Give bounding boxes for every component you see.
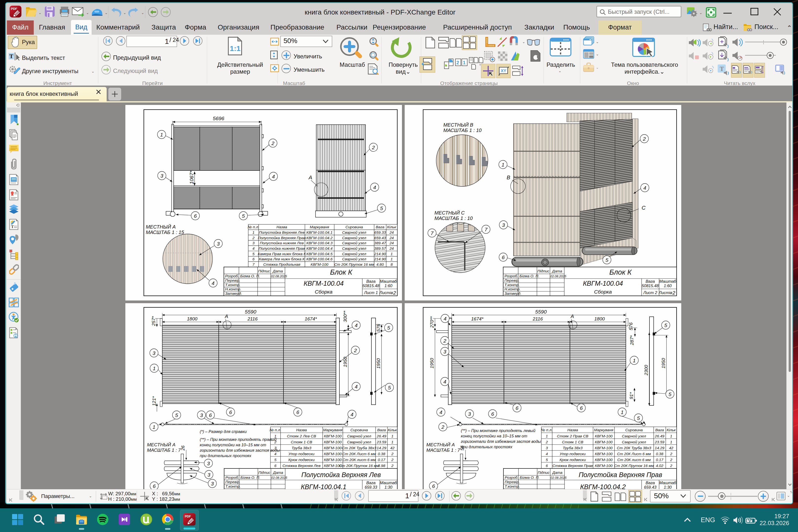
svg-text:1: 1 — [153, 365, 156, 371]
svg-text:1: 1 — [546, 434, 548, 438]
svg-text:при длительных простоях: при длительных простоях — [461, 444, 513, 449]
svg-text:Перевір.: Перевір. — [225, 278, 241, 283]
svg-text:КВГМ-100.04.1: КВГМ-100.04.1 — [306, 230, 332, 234]
svg-text:Перевір.: Перевір. — [505, 278, 520, 283]
svg-text:4: 4 — [272, 174, 275, 179]
svg-text:МЕСТНЫЙ А: МЕСТНЫЙ А — [147, 442, 175, 447]
svg-text:26.49: 26.49 — [377, 434, 386, 438]
svg-text:КВГМ-100.04.6: КВГМ-100.04.6 — [306, 257, 333, 261]
svg-text:4: 4 — [274, 452, 277, 456]
svg-text:5: 5 — [637, 415, 640, 421]
svg-text:4: 4 — [443, 316, 446, 321]
svg-text:3.98: 3.98 — [378, 463, 385, 468]
svg-text:2: 2 — [546, 440, 548, 444]
svg-text:КВГМ-100.04.2: КВГМ-100.04.2 — [306, 236, 333, 240]
svg-text:Крюк подвески: Крюк подвески — [288, 458, 315, 462]
svg-text:Камера Прав нижн блока К: Камера Прав нижн блока К — [258, 252, 306, 256]
svg-text:1674*: 1674* — [471, 316, 483, 321]
svg-text:КВГМ-100: КВГМ-100 — [595, 434, 612, 438]
svg-text:5: 5 — [387, 325, 390, 330]
svg-text:T: T — [720, 65, 724, 72]
svg-text:2: 2 — [372, 145, 375, 150]
svg-text:C: C — [642, 205, 646, 211]
svg-text:Маркуваня: Маркуваня — [594, 428, 613, 432]
svg-text:XY: XY — [501, 69, 507, 73]
svg-text:Бігма О. П.: Бігма О. П. — [240, 274, 260, 278]
svg-text:0.38: 0.38 — [378, 452, 385, 456]
svg-text:МАСШТАБ 1 : 10: МАСШТАБ 1 : 10 — [443, 128, 481, 133]
svg-text:Стяжка Продольная: Стяжка Продольная — [263, 262, 301, 266]
svg-text:A: A — [225, 314, 228, 319]
svg-text:Ст 20К Пруток 16 мм: Ст 20К Пруток 16 мм — [339, 463, 379, 468]
svg-text:Вага: Вага — [366, 279, 375, 284]
svg-text:1950: 1950 — [429, 358, 435, 368]
svg-text:6: 6 — [432, 483, 435, 489]
svg-text:Ст 20К Пруток 16 мм: Ст 20К Пруток 16 мм — [334, 262, 374, 266]
svg-text:6: 6 — [546, 463, 548, 468]
svg-text:5: 5 — [664, 322, 667, 328]
svg-text:Сварной узел: Сварной узел — [347, 440, 371, 444]
svg-text:Полустойка Верхняя Прав: Полустойка Верхняя Прав — [258, 236, 306, 240]
svg-text:Затверд.: Затверд. — [505, 291, 521, 296]
svg-text:257*: 257* — [151, 316, 156, 326]
svg-text:A: A — [570, 314, 574, 319]
svg-text:Розроб.: Розроб. — [225, 475, 239, 479]
svg-text:6: 6 — [209, 412, 212, 418]
svg-text:Полустойка Верхняя Лев: Полустойка Верхняя Лев — [302, 471, 381, 478]
svg-text:Н.контр.: Н.контр. — [505, 287, 521, 291]
svg-text:Ст 20К Лист 6 мм: Ст 20К Лист 6 мм — [617, 452, 651, 456]
svg-text:3: 3 — [211, 481, 214, 487]
svg-text:5: 5 — [175, 412, 178, 418]
svg-text:КВГМ-100: КВГМ-100 — [324, 458, 342, 462]
svg-text:7: 7 — [431, 230, 434, 236]
svg-text:1950: 1950 — [661, 358, 666, 368]
svg-text:1:30: 1:30 — [664, 485, 672, 489]
svg-text:23.59: 23.59 — [655, 440, 665, 444]
svg-text:3: 3 — [200, 412, 203, 418]
svg-text:КВГМ-100.04: КВГМ-100.04 — [304, 280, 344, 287]
svg-text:24: 24 — [389, 246, 394, 250]
svg-text:5: 5 — [242, 213, 245, 219]
svg-text:Маркуваня: Маркуваня — [310, 225, 329, 229]
svg-text:4: 4 — [355, 322, 358, 328]
svg-text:4: 4 — [252, 246, 255, 250]
svg-text:Бігма О. П.: Бігма О. П. — [519, 274, 539, 278]
svg-text:5590: 5590 — [245, 309, 256, 315]
svg-text:Листів: Листів — [379, 290, 393, 295]
svg-text:389.47: 389.47 — [374, 241, 386, 245]
svg-text:№ п.л.: № п.л. — [541, 428, 553, 432]
svg-text:КВГМ-100.04: КВГМ-100.04 — [583, 280, 623, 287]
svg-text:02.08.2025: 02.08.2025 — [271, 476, 287, 479]
svg-text:5: 5 — [605, 257, 608, 263]
svg-text:3: 3 — [252, 241, 255, 245]
svg-text:121*: 121* — [151, 396, 157, 406]
svg-text:Вага: Вага — [376, 225, 384, 229]
svg-text:Сварной узел: Сварной узел — [622, 434, 646, 438]
svg-text:6: 6 — [229, 409, 232, 415]
svg-text:№ п.л.: № п.л. — [248, 225, 259, 229]
svg-text:214.90: 214.90 — [374, 252, 386, 256]
svg-text:1:1: 1:1 — [230, 44, 241, 53]
svg-text:2: 2 — [443, 338, 446, 344]
svg-text:6: 6 — [580, 405, 583, 411]
svg-text:5: 5 — [274, 458, 277, 462]
svg-text:Полустойка Верхняя Лев: Полустойка Верхняя Лев — [259, 230, 304, 234]
svg-text:Затверд.: Затверд. — [225, 291, 242, 296]
svg-text:КВГМ-100.04.1: КВГМ-100.04.1 — [301, 483, 346, 489]
svg-text:3: 3 — [274, 446, 277, 450]
svg-text:0.17: 0.17 — [656, 458, 664, 462]
svg-text:5696: 5696 — [213, 115, 224, 121]
svg-text:14.29: 14.29 — [655, 446, 665, 450]
svg-text:T: T — [11, 225, 14, 229]
svg-text:3: 3 — [502, 222, 505, 228]
svg-text:Дата: Дата — [272, 269, 283, 273]
svg-text:Лист 2: Лист 2 — [643, 290, 657, 295]
svg-text:КВГМ-100: КВГМ-100 — [595, 440, 612, 444]
svg-text:1: 1 — [152, 424, 155, 430]
svg-text:1067*: 1067* — [189, 170, 194, 184]
svg-text:конец полустойки на 10–15 мм о: конец полустойки на 10–15 мм от — [200, 442, 266, 447]
svg-text:1674*: 1674* — [305, 316, 317, 321]
svg-text:2: 2 — [456, 60, 459, 65]
svg-text:5: 5 — [668, 391, 671, 397]
svg-text:Перевір.: Перевір. — [225, 480, 241, 484]
